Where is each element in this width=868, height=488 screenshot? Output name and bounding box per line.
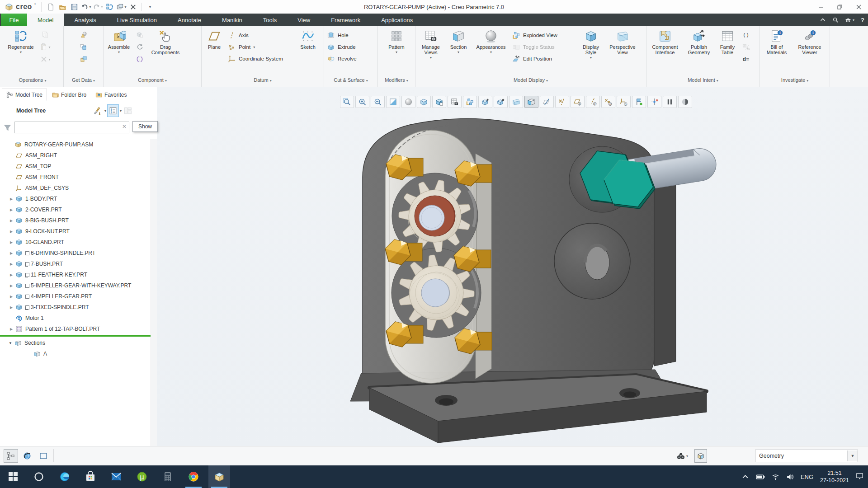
expand-arrow-icon[interactable]: ▶: [7, 273, 15, 277]
tree-item-sections[interactable]: ▼Sections: [0, 338, 151, 348]
expand-arrow-icon[interactable]: ▶: [7, 305, 15, 310]
plane-tag-display-button[interactable]: [571, 96, 585, 108]
copy-button[interactable]: [39, 29, 51, 40]
exploded-view-button[interactable]: Exploded View: [511, 30, 576, 40]
tab-analysis[interactable]: Analysis: [64, 14, 106, 26]
plane-button[interactable]: Plane: [203, 28, 226, 50]
component-create-button[interactable]: [134, 29, 146, 40]
exploded-view-button[interactable]: [463, 96, 477, 108]
close-window-button[interactable]: [127, 1, 138, 12]
get-data-copy-button[interactable]: [78, 42, 90, 52]
parameters-button[interactable]: [740, 29, 752, 40]
tree-item-1-body-prt[interactable]: ▶1-BODY.PRT: [0, 193, 151, 204]
tree-item-11-feather-key-prt[interactable]: ▶11-FEATHER-KEY.PRT: [0, 269, 151, 280]
rotary-gear-pump-model[interactable]: [157, 87, 868, 446]
display-style-button[interactable]: Display Style ▾: [577, 28, 605, 61]
perspective-toggle-button[interactable]: [509, 96, 523, 108]
taskbar-utorrent-button[interactable]: [131, 465, 153, 488]
save-button[interactable]: [69, 1, 80, 12]
tree-item-rotary-gear-pump-asm[interactable]: ROTARY-GEAR-PUMP.ASM: [0, 139, 151, 150]
tree-item-a[interactable]: A: [0, 348, 151, 359]
expand-arrow-icon[interactable]: ▶: [7, 219, 15, 223]
shaded-rendering-button[interactable]: [401, 96, 415, 108]
get-data-merge-button[interactable]: [78, 54, 90, 65]
repeat-button[interactable]: [134, 42, 146, 52]
expand-arrow-icon[interactable]: ▼: [6, 341, 14, 345]
bill-of-materials-button[interactable]: Bill of Materials: [761, 28, 792, 55]
tree-item-7-bush-prt[interactable]: ▶7-BUSH.PRT: [0, 258, 151, 269]
group-label-model-intent[interactable]: Model Intent ▾: [646, 77, 760, 87]
zoom-in-button[interactable]: [355, 96, 369, 108]
help-icon[interactable]: ?: [861, 17, 864, 23]
assemble-button[interactable]: Assemble ▾: [105, 28, 133, 55]
axis-button[interactable]: Axis: [226, 30, 295, 40]
panel-tab-model-tree[interactable]: Model Tree: [2, 89, 47, 101]
learning-connector[interactable]: ▾: [845, 17, 854, 23]
panel-tab-favorites[interactable]: Favorites: [91, 89, 131, 101]
tab-live-simulation[interactable]: Live Simulation: [107, 14, 167, 26]
family-table-button[interactable]: Family Table: [716, 28, 739, 55]
manage-views-button[interactable]: Manage Views ▾: [417, 28, 445, 61]
display-style-button[interactable]: [417, 96, 431, 108]
tree-item-4-impeller-gear-prt[interactable]: ▶4-IMPELLER-GEAR.PRT: [0, 291, 151, 302]
expand-arrow-icon[interactable]: ▶: [7, 284, 15, 288]
tree-item-asm-def-csys[interactable]: ASM_DEF_CSYS: [0, 183, 151, 193]
paste-button[interactable]: ▾: [39, 42, 51, 52]
clipping-button[interactable]: [678, 96, 692, 108]
sketch-button[interactable]: Sketch: [296, 28, 320, 50]
relations-button[interactable]: [740, 42, 752, 52]
group-label-operations[interactable]: Operations ▾: [2, 77, 63, 87]
expand-arrow-icon[interactable]: ▶: [7, 240, 15, 244]
panel-tab-folder-browser[interactable]: Folder Bro: [48, 89, 90, 101]
pause-button[interactable]: [663, 96, 677, 108]
group-label-model-display[interactable]: Model Display ▾: [415, 77, 646, 87]
clear-search-icon[interactable]: ✕: [122, 123, 127, 130]
action-center-button[interactable]: [856, 472, 863, 482]
tree-columns-button[interactable]: [123, 105, 133, 117]
delete-button[interactable]: ▾: [39, 54, 51, 65]
section-view-button[interactable]: [524, 96, 538, 108]
close-button[interactable]: [849, 0, 868, 14]
view-orientation-alt-button[interactable]: [494, 96, 508, 108]
taskbar-cortana-button[interactable]: [28, 465, 50, 488]
saved-view-list-button[interactable]: [448, 96, 462, 108]
hide-panel-button[interactable]: [36, 449, 51, 463]
tab-annotate[interactable]: Annotate: [167, 14, 212, 26]
annotation-display-button[interactable]: [632, 96, 646, 108]
tree-item-9-lock-nut-prt[interactable]: ▶9-LOCK-NUT.PRT: [0, 226, 151, 237]
axis-display-button[interactable]: [555, 96, 569, 108]
tab-tools[interactable]: Tools: [253, 14, 287, 26]
csys-tag-display-button[interactable]: [617, 96, 631, 108]
group-label-modifiers[interactable]: Modifiers ▾: [378, 77, 415, 87]
new-file-button[interactable]: [45, 1, 56, 12]
view-orientation-button[interactable]: [478, 96, 492, 108]
publish-geometry-button[interactable]: Publish Geometry: [683, 28, 715, 55]
edit-position-button[interactable]: Edit Position: [511, 54, 576, 64]
axis-tag-display-button[interactable]: [586, 96, 600, 108]
switch-dimensions-button[interactable]: d=: [740, 54, 752, 65]
tree-item-5-impeller-gear-with-keyway-prt[interactable]: ▶5-IMPELLER-GEAR-WITH-KEYWAY.PRT: [0, 280, 151, 291]
panel-scrollbar[interactable]: [151, 139, 157, 446]
point-button[interactable]: Point ▾: [226, 42, 295, 52]
minimize-button[interactable]: [811, 0, 830, 14]
expand-arrow-icon[interactable]: ▶: [7, 327, 15, 331]
shading-with-edges-button[interactable]: [432, 96, 446, 108]
coordinate-system-button[interactable]: Coordinate System: [226, 54, 295, 64]
perspective-view-button[interactable]: Perspective View: [606, 28, 639, 55]
collapse-ribbon-icon[interactable]: [820, 17, 826, 23]
expand-arrow-icon[interactable]: ▶: [7, 197, 15, 201]
group-label-get-data[interactable]: Get Data ▾: [64, 77, 103, 87]
tab-file[interactable]: File: [1, 14, 27, 26]
taskbar-mail-button[interactable]: [105, 465, 127, 488]
customize-quick-access-button[interactable]: ▼: [144, 1, 155, 12]
taskbar-creo-button[interactable]: [208, 465, 230, 488]
web-browser-button[interactable]: [20, 449, 34, 463]
tree-item-10-gland-prt[interactable]: ▶10-GLAND.PRT: [0, 237, 151, 248]
redo-button[interactable]: ▾: [92, 1, 103, 12]
restore-button[interactable]: [830, 0, 849, 14]
tree-item-asm-top[interactable]: ASM_TOP: [0, 161, 151, 172]
tree-item-8-big-bush-prt[interactable]: ▶8-BIG-BUSH.PRT: [0, 215, 151, 226]
taskbar-store-button[interactable]: [80, 465, 101, 488]
zoom-window-button[interactable]: [340, 96, 354, 108]
group-label-component[interactable]: Component ▾: [104, 77, 201, 87]
